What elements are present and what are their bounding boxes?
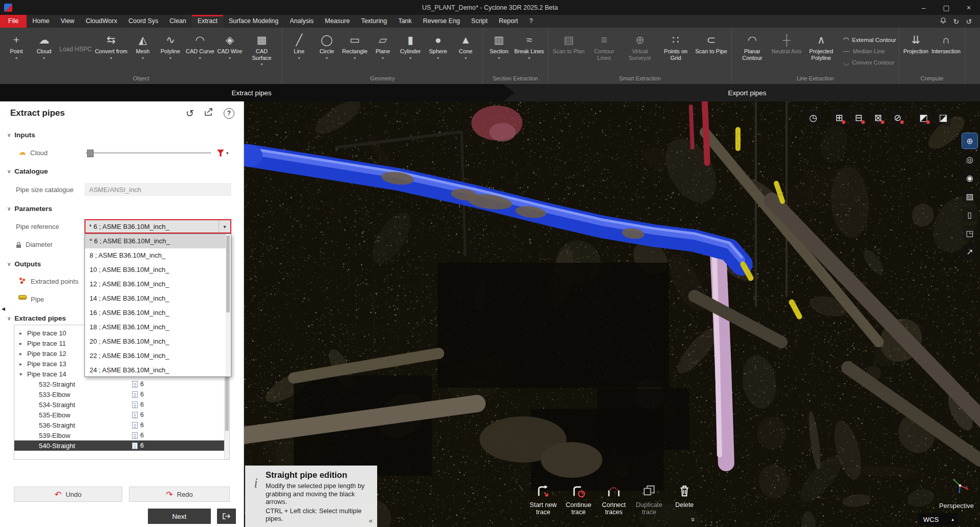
ribbon-item-polyline[interactable]: ∿Polyline▾ [157,31,184,60]
menu-script[interactable]: Script [466,15,493,28]
ribbon-item-virtual-surveyor[interactable]: ⊕Virtual Surveyor [622,31,658,61]
menu-home[interactable]: Home [27,15,55,28]
ribbon-item-scan-to-plan[interactable]: ▤Scan to Plan [551,31,586,55]
duplicate-trace-button[interactable]: Duplicate trace [633,484,666,516]
ribbon-item-contour-lines[interactable]: ≡Contour Lines [586,31,622,61]
hide-toolbar-chevron-icon[interactable]: » [689,517,698,521]
axis-gizmo[interactable] [948,474,972,499]
draw-pipe-icon[interactable]: ⊘ [889,110,906,126]
section-parameters[interactable]: ∨Parameters [7,205,52,213]
redo-button[interactable]: ↷Redo [129,487,230,502]
ribbon-item-projected-polyline[interactable]: ∧Projected Polyline [803,31,839,61]
tab-extract-pipes[interactable]: Extract pipes [0,84,514,101]
menu-surface-modeling[interactable]: Surface Modeling [223,15,284,28]
ribbon-item-load-hspc[interactable]: Load HSPC [58,31,93,68]
pipe-size-catalogue-field[interactable]: ASME/ANSI_inch [84,183,231,196]
menu-clean[interactable]: Clean [164,15,192,28]
ribbon-item-cylinder[interactable]: ▮Cylinder▾ [397,31,424,60]
split-pipe-icon[interactable]: ⊟ [851,110,867,126]
ribbon-item-cad-wire[interactable]: ◈CAD Wire▾ [216,31,244,60]
combobox-arrow-icon[interactable]: ▾ [219,220,230,233]
ribbon-item-section[interactable]: ▥Section▾ [485,31,513,60]
ribbon-item-cloud[interactable]: ☁Cloud▾ [30,31,58,60]
dropdown-scrollbar[interactable] [226,235,230,376]
export-step-button[interactable] [217,509,236,524]
ribbon-item-intersection[interactable]: ∩Intersection [930,31,962,55]
dropdown-option[interactable]: * 6 ; ASME B36.10M_inch_ [85,234,226,248]
viewport-3d[interactable]: ◷⊞⊟⊠⊘◩◪ ⊕◎◉▨▯◳↗ Start new traceContinue … [244,101,980,527]
tree-item-536-straight[interactable]: 536-Straight6 [14,420,229,430]
ribbon-item-circle[interactable]: ◯Circle▾ [313,31,340,60]
dropdown-option[interactable]: 16 ; ASME B36.10M_inch_ [85,306,226,320]
dropdown-option[interactable]: 24 ; ASME B36.10M_inch_ [85,363,226,377]
ribbon-item-convex-contour[interactable]: ◡Convex Contour [843,58,897,66]
ribbon-item-mesh[interactable]: ◭Mesh▾ [129,31,157,60]
tab-export-pipes[interactable]: Export pipes [514,84,980,101]
chevron-collapsed-icon[interactable]: ▸ [19,341,27,346]
pen-surface-icon[interactable]: ◩ [916,110,932,126]
ribbon-item-scan-to-pipe[interactable]: ⊂Scan to Pipe [693,31,728,55]
ribbon-item-planar-contour[interactable]: ◠Planar Contour [734,31,770,61]
menu-measure[interactable]: Measure [319,15,356,28]
minimize-button[interactable]: – [912,0,935,15]
point-cloud-canvas[interactable] [244,101,980,527]
next-button[interactable]: Next [148,509,211,524]
panel-collapse-arrow[interactable]: ◀ [0,302,7,315]
menu-[interactable]: ? [524,15,538,28]
close-button[interactable]: × [957,0,980,15]
delete-button[interactable]: Delete [668,484,701,516]
menu-file[interactable]: File [0,15,27,28]
ribbon-item-neutral-axis[interactable]: ┼Neutral Axis [770,31,803,55]
continue-trace-button[interactable]: Continue trace [562,484,595,516]
ribbon-item-cad-curve[interactable]: ◠CAD Curve▾ [184,31,216,60]
cloud-filter-button[interactable]: ▾ [217,147,235,158]
menu-reverse-eng[interactable]: Reverse Eng [418,15,466,28]
ribbon-item-projection[interactable]: ⇊Projection [902,31,930,55]
ribbon-item-line[interactable]: ╱Line▾ [285,31,313,60]
ribbon-item-rectangle[interactable]: ▭Rectangle▾ [340,31,369,60]
rotation-center-icon[interactable]: ◎ [962,152,977,167]
chevron-collapsed-icon[interactable]: ▸ [19,351,27,356]
section-inputs[interactable]: ∨Inputs [7,131,35,139]
refresh-icon[interactable]: ↺ [966,17,972,26]
ucs-icon[interactable]: ◳ [962,225,977,241]
dropdown-option[interactable]: 22 ; ASME B36.10M_inch_ [85,349,226,363]
pipe-reference-combobox[interactable]: * 6 ; ASME B36.10M_inch_ ▾ [84,219,231,234]
fit-pipe-icon[interactable]: ⊞ [831,110,847,126]
menu-coord-sys[interactable]: Coord Sys [123,15,164,28]
ribbon-item-median-line[interactable]: —Median Line [843,47,897,55]
help-icon[interactable]: ? [224,108,234,119]
tree-item-534-straight[interactable]: 534-Straight6 [14,399,229,410]
dropdown-option[interactable]: 18 ; ASME B36.10M_inch_ [85,320,226,334]
menu-extract[interactable]: Extract [192,15,223,28]
ribbon-item-break-lines[interactable]: ≈Break Lines▾ [513,31,546,60]
cloud-render-icon[interactable]: ▨ [962,188,977,204]
projection-mode-label[interactable]: Perspective [939,502,974,510]
notification-bell-icon[interactable] [940,17,947,26]
wcs-selector[interactable]: WCS ▴ [918,513,958,525]
menu-texturing[interactable]: Texturing [355,15,393,28]
menu-analysis[interactable]: Analysis [284,15,319,28]
ribbon-item-external-contour[interactable]: ◠External Contour [843,36,897,44]
ribbon-item-cone[interactable]: ▲Cone▾ [452,31,480,60]
menu-cloudworx[interactable]: CloudWorx [80,15,123,28]
cloud-slider-thumb[interactable] [87,150,94,157]
dropdown-option[interactable]: 8 ; ASME B36.10M_inch_ [85,248,226,263]
menu-tank[interactable]: Tank [393,15,417,28]
ribbon-item-convert-from[interactable]: ⇆Convert from▾ [93,31,129,60]
menu-view[interactable]: View [55,15,80,28]
section-outputs[interactable]: ∨Outputs [7,260,41,268]
section-catalogue[interactable]: ∨Catalogue [7,167,48,175]
undo-button[interactable]: ↶Undo [14,487,122,502]
viewpoint-icon[interactable]: ◉ [962,170,977,185]
cloud-slider[interactable] [85,152,211,154]
dropdown-option[interactable]: 12 ; ASME B36.10M_inch_ [85,277,226,291]
ribbon-item-points-on-grid[interactable]: ∷Points on Grid [658,31,693,61]
ribbon-item-plane[interactable]: ▱Plane▾ [369,31,397,60]
tree-item-532-straight[interactable]: 532-Straight6 [14,379,229,389]
section-extracted-pipes[interactable]: ∨Extracted pipes [7,314,66,322]
edit-pipe-icon[interactable]: ⊠ [870,110,886,126]
chevron-expanded-icon[interactable]: ▾ [19,371,27,377]
tooltip-collapse-icon[interactable]: « [369,517,373,524]
dropdown-option[interactable]: 14 ; ASME B36.10M_inch_ [85,291,226,306]
